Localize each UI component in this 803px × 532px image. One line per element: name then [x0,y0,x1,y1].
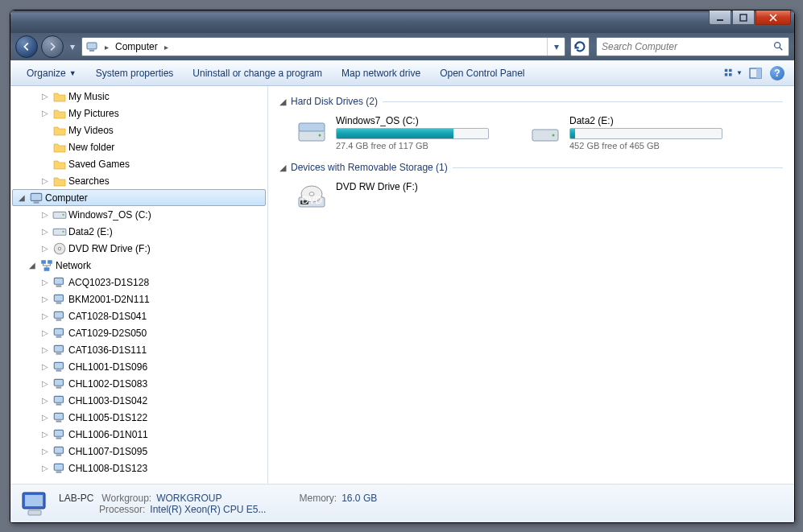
detail-processor-label: Processor: [99,504,145,515]
network-icon [39,259,54,272]
items-view[interactable]: ◢ Hard Disk Drives (2) Windows7_OS (C:) … [268,86,794,484]
window-controls [709,10,791,25]
svg-rect-10 [756,68,761,78]
tree-item-new-folder[interactable]: New folder [10,138,267,155]
svg-rect-21 [44,267,50,271]
tree-item-saved-games[interactable]: Saved Games [10,155,267,172]
tree-item-computer[interactable]: ◢Computer [12,189,266,206]
tree-item-network-host[interactable]: ▷CHL1006-D1N011 [10,426,267,443]
folder-icon [52,107,67,120]
tree-item-drive-c[interactable]: ▷Windows7_OS (C:) [10,206,267,223]
svg-rect-12 [34,201,39,203]
search-input[interactable] [602,41,769,52]
svg-rect-27 [56,319,62,320]
back-button[interactable] [15,35,38,58]
folder-icon [52,175,67,188]
svg-rect-30 [54,345,63,352]
svg-rect-26 [54,311,63,318]
address-bar[interactable]: ▸ Computer ▸ ▾ [81,37,565,56]
tree-item-searches[interactable]: ▷Searches [10,172,267,189]
tree-item-my-music[interactable]: ▷My Music [10,88,267,105]
preview-pane-button[interactable] [746,64,765,83]
folder-icon [52,158,67,171]
drive-f[interactable]: DVD DVD RW Drive (F:) [296,181,505,213]
svg-point-16 [62,230,64,232]
svg-point-48 [319,134,321,137]
drive-icon [52,208,67,221]
detail-memory: 16.0 GB [341,493,377,504]
history-dropdown[interactable]: ▾ [67,39,78,55]
organize-menu[interactable]: Organize▼ [17,60,86,85]
refresh-button[interactable] [570,37,590,56]
tree-item-network-host[interactable]: ▷CHL1008-D1S123 [10,460,267,476]
group-removable-storage[interactable]: ◢ Devices with Removable Storage (1) [279,162,783,173]
address-dropdown[interactable]: ▾ [547,38,565,56]
tree-item-network-host[interactable]: ▷CHL1002-D1S083 [10,375,267,392]
detail-workgroup-label: Workgroup: [101,493,151,504]
svg-rect-24 [54,295,63,301]
system-properties-button[interactable]: System properties [86,60,184,85]
drive-e[interactable]: Data2 (E:) 452 GB free of 465 GB [529,115,739,151]
search-icon [772,40,784,54]
tree-item-network-host[interactable]: ▷CHL1005-D1S122 [10,409,267,426]
uninstall-button[interactable]: Uninstall or change a program [183,60,332,85]
folder-icon [52,141,67,154]
tree-item-network-host[interactable]: ▷CAT1036-D1S111 [10,341,267,358]
svg-point-14 [62,213,64,215]
group-hard-disk-drives[interactable]: ◢ Hard Disk Drives (2) [279,96,783,107]
navbar: ▾ ▸ Computer ▸ ▾ [10,33,794,60]
breadcrumb-segment[interactable]: Computer [115,41,158,52]
tree-item-my-pictures[interactable]: ▷My Pictures [10,105,267,122]
svg-rect-6 [729,68,732,72]
svg-rect-0 [717,19,723,21]
tree-item-network-host[interactable]: ▷CHL1001-D1S096 [10,358,267,375]
tree-item-network-host[interactable]: ▷CAT1028-D1S041 [10,307,267,324]
map-drive-button[interactable]: Map network drive [332,60,430,85]
svg-rect-47 [299,123,325,131]
dvd-icon [52,242,67,255]
nav-tree[interactable]: ▷My Music ▷My Pictures My Videos New fol… [10,86,268,484]
tree-item-network[interactable]: ◢Network [10,257,267,274]
drive-c[interactable]: Windows7_OS (C:) 27.4 GB free of 117 GB [296,115,505,151]
tree-item-my-videos[interactable]: My Videos [10,122,267,138]
explorer-window: ▾ ▸ Computer ▸ ▾ Organize▼ System proper… [10,10,795,523]
view-options-button[interactable]: ▼ [723,64,743,83]
maximize-button[interactable] [732,10,755,25]
drive-name: DVD RW Drive (F:) [336,181,505,192]
drive-free-text: 27.4 GB free of 117 GB [336,141,505,151]
svg-rect-36 [54,396,63,402]
network-pc-icon [52,394,67,407]
svg-rect-2 [87,43,97,49]
folder-icon [52,90,67,103]
search-box[interactable] [596,37,789,56]
folder-icon [52,124,67,137]
tree-item-network-host[interactable]: ▷CHL1007-D1S095 [10,443,267,460]
collapse-arrow-icon: ◢ [279,163,286,173]
detail-processor: Intel(R) Xeon(R) CPU E5... [150,504,266,515]
tree-item-network-host[interactable]: ▷ACQ1023-D1S128 [10,274,267,291]
drive-icon [52,225,67,238]
forward-button[interactable] [41,35,64,58]
tree-item-network-host[interactable]: ▷BKM2001-D2N111 [10,291,267,307]
close-button[interactable] [755,10,791,25]
network-pc-icon [52,344,67,357]
tree-item-network-host[interactable]: ▷CHL1003-D1S042 [10,392,267,409]
svg-rect-5 [725,68,728,72]
svg-point-50 [553,134,555,137]
tree-item-network-host[interactable]: ▷CAT1029-D2S050 [10,324,267,341]
svg-rect-11 [31,193,42,200]
chevron-right-icon[interactable]: ▸ [161,43,172,52]
network-pc-icon [52,293,67,306]
control-panel-button[interactable]: Open Control Panel [430,60,534,85]
tree-item-drive-f[interactable]: ▷DVD RW Drive (F:) [10,240,267,257]
minimize-button[interactable] [709,10,731,25]
tree-item-drive-e[interactable]: ▷Data2 (E:) [10,223,267,240]
network-pc-icon [52,411,67,424]
svg-text:DVD: DVD [302,195,323,206]
content-area: ▷My Music ▷My Pictures My Videos New fol… [10,86,794,484]
help-button[interactable]: ? [770,66,784,80]
hard-drive-icon [296,115,328,147]
svg-rect-39 [56,420,62,422]
network-pc-icon [52,377,67,390]
svg-rect-41 [56,437,62,439]
